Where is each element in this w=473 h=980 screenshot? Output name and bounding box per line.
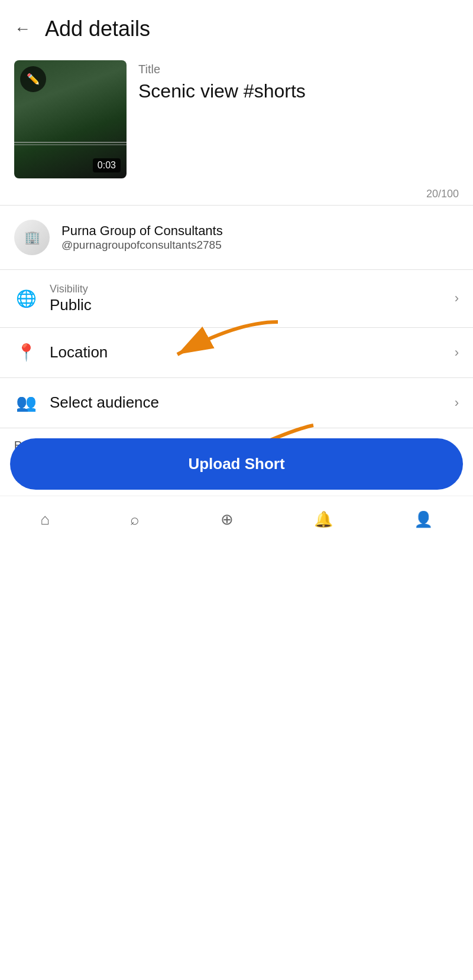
bell-icon: 🔔 <box>314 510 333 529</box>
video-thumbnail[interactable]: ✏️ 0:03 <box>14 60 127 178</box>
visibility-content: Visibility Public <box>50 283 443 314</box>
char-count: 20/100 <box>0 185 473 205</box>
location-row[interactable]: 📍 Location › <box>0 328 473 377</box>
home-icon: ⌂ <box>40 510 50 529</box>
video-duration: 0:03 <box>93 158 121 172</box>
header: ← Add details <box>0 0 473 51</box>
profile-icon: 👤 <box>414 510 433 529</box>
visibility-chevron-icon: › <box>455 291 459 306</box>
visibility-icon-wrap: 🌐 <box>14 286 38 310</box>
account-info: Purna Group of Consultants @purnagroupof… <box>61 223 223 252</box>
account-name: Purna Group of Consultants <box>61 223 223 239</box>
edit-thumbnail-button[interactable]: ✏️ <box>20 66 46 92</box>
video-title: Scenic view #shorts <box>138 80 459 102</box>
video-section: ✏️ 0:03 Title Scenic view #shorts <box>0 51 473 185</box>
audience-chevron-icon: › <box>455 395 459 411</box>
location-content: Location <box>50 343 443 362</box>
audience-icon-wrap: 👥 <box>14 391 38 415</box>
visibility-row[interactable]: 🌐 Visibility Public › <box>0 270 473 327</box>
avatar: 🏢 <box>14 220 50 255</box>
plus-icon: ⊕ <box>221 510 234 529</box>
location-label: Location <box>50 343 443 362</box>
title-section: Title Scenic view #shorts <box>138 60 459 102</box>
audience-label: Select audience <box>50 393 443 412</box>
location-icon-wrap: 📍 <box>14 341 38 364</box>
nav-create[interactable]: ⊕ <box>221 510 234 529</box>
visibility-value: Public <box>50 296 443 314</box>
page-title: Add details <box>45 17 150 41</box>
globe-icon: 🌐 <box>16 289 37 308</box>
avatar-image: 🏢 <box>14 220 50 255</box>
location-pin-icon: 📍 <box>16 343 37 362</box>
account-handle: @purnagroupofconsultants2785 <box>61 239 223 252</box>
bottom-nav: ⌂ ⌕ ⊕ 🔔 👤 <box>0 496 473 543</box>
back-button[interactable]: ← <box>14 21 31 37</box>
title-label: Title <box>138 63 459 76</box>
account-row: 🏢 Purna Group of Consultants @purnagroup… <box>0 206 473 269</box>
nav-home[interactable]: ⌂ <box>40 510 50 529</box>
nav-profile[interactable]: 👤 <box>414 510 433 529</box>
visibility-label: Visibility <box>50 283 443 296</box>
audience-content: Select audience <box>50 393 443 412</box>
audience-icon: 👥 <box>16 393 37 412</box>
upload-button-container: Upload Short <box>10 438 463 490</box>
pencil-icon: ✏️ <box>27 73 40 86</box>
search-icon: ⌕ <box>130 510 140 529</box>
nav-notifications[interactable]: 🔔 <box>314 510 333 529</box>
upload-short-button[interactable]: Upload Short <box>10 438 463 490</box>
audience-row[interactable]: 👥 Select audience › <box>0 378 473 428</box>
nav-search[interactable]: ⌕ <box>130 510 140 529</box>
location-chevron-icon: › <box>455 345 459 360</box>
